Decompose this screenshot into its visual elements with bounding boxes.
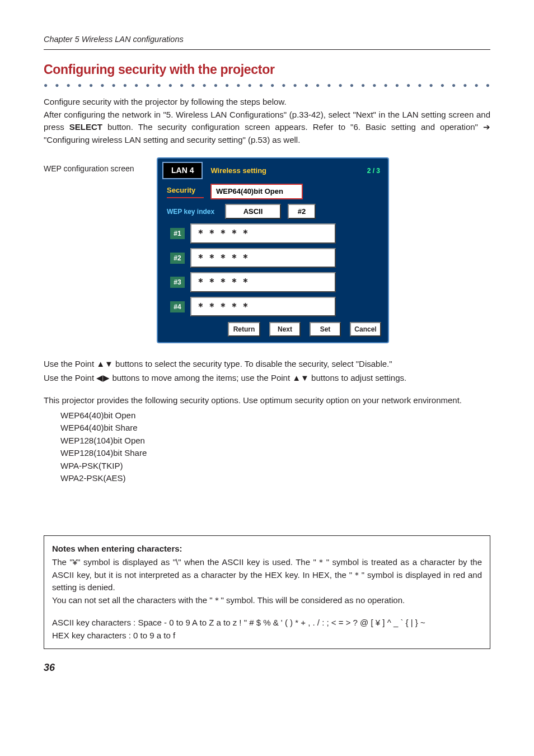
asterisk-icon: ＊ <box>352 570 362 580</box>
wep-keys: #1 ＊＊＊＊＊ #2 ＊＊＊＊＊ #3 ＊＊＊＊＊ #4 ＊＊＊＊＊ <box>170 223 383 316</box>
wep-key-row: #3 ＊＊＊＊＊ <box>170 272 383 292</box>
intro-line1: Configure security with the projector by… <box>44 96 490 109</box>
notes-p4: HEX key characters : 0 to 9 a to f <box>52 629 482 642</box>
security-value[interactable]: WEP64(40)bit Open <box>210 184 303 199</box>
wep-key-row: #2 ＊＊＊＊＊ <box>170 248 383 268</box>
select-word: SELECT <box>69 122 102 132</box>
intro-text-b: button. The security configuration scree… <box>102 122 483 132</box>
wep-config-label: WEP configuration screen <box>44 157 144 343</box>
asterisk-icon: ＊ <box>316 557 326 567</box>
key-input[interactable]: ＊＊＊＊＊ <box>190 223 336 244</box>
set-button[interactable]: Set <box>310 322 341 337</box>
ascii-field[interactable]: ASCII <box>225 204 281 220</box>
options-intro: This projector provides the following se… <box>44 394 490 407</box>
lan-tab[interactable]: LAN 4 <box>162 162 203 179</box>
asterisk-icon: ＊ <box>213 595 221 605</box>
notes-p2: You can not set all the characters with … <box>52 594 482 607</box>
list-item: WEP64(40)bit Share <box>60 422 490 435</box>
dotted-rule: ●●●●●●●●●● ●●●●●●●●●● ●●●●●●●●●● ●●●●●●●… <box>44 80 490 90</box>
key-input[interactable]: ＊＊＊＊＊ <box>190 272 336 292</box>
keyindex-field[interactable]: #2 <box>288 204 316 220</box>
key-input[interactable]: ＊＊＊＊＊ <box>190 248 336 268</box>
chapter-header: Chapter 5 Wireless LAN configurations <box>44 34 490 46</box>
instr2-c: buttons to adjust settings. <box>309 373 406 382</box>
instr1-a: Use the Point <box>44 359 96 368</box>
list-item: WEP64(40)bit Open <box>60 409 490 422</box>
osd-title: Wireless setting <box>210 165 359 176</box>
key-index-badge: #2 <box>170 253 185 264</box>
intro-para: After configuring the network in "5. Wir… <box>44 109 490 147</box>
list-item: WEP128(104)bit Share <box>60 447 490 460</box>
security-label: Security <box>167 185 204 198</box>
instruction-2: Use the Point ◀▶ buttons to move among t… <box>44 372 490 385</box>
key-index-badge: #3 <box>170 277 185 288</box>
instr2-a: Use the Point <box>44 373 96 382</box>
osd-panel: LAN 4 Wireless setting 2 / 3 Security WE… <box>157 157 389 343</box>
key-index-badge: #4 <box>170 301 185 312</box>
next-button[interactable]: Next <box>269 322 301 337</box>
osd-page-indicator: 2 / 3 <box>367 166 383 176</box>
wep-key-row: #4 ＊＊＊＊＊ <box>170 297 383 317</box>
security-options-list: WEP64(40)bit Open WEP64(40)bit Share WEP… <box>60 409 490 485</box>
note-p2b: " symbol. This will be considered as no … <box>221 595 405 605</box>
instruction-1: Use the Point ▲▼ buttons to select the s… <box>44 358 490 371</box>
list-item: WEP128(104)bit Open <box>60 435 490 447</box>
note-p1a: The "¥" symbol is displayed as "\" when … <box>52 557 316 567</box>
page-number: 36 <box>44 660 490 675</box>
arrow-icon: ➔ <box>483 122 490 132</box>
instr1-b: buttons to select the security type. To … <box>113 359 392 368</box>
instr2-b: buttons to move among the items; use the… <box>110 373 292 382</box>
notes-title: Notes when entering characters: <box>52 543 482 556</box>
return-button[interactable]: Return <box>228 322 260 337</box>
updown-icon: ▲▼ <box>292 373 309 382</box>
notes-p1: The "¥" symbol is displayed as "\" when … <box>52 556 482 594</box>
updown-icon: ▲▼ <box>96 359 113 368</box>
key-input[interactable]: ＊＊＊＊＊ <box>190 297 336 317</box>
list-item: WPA2-PSK(AES) <box>60 472 490 485</box>
key-index-badge: #1 <box>170 228 185 239</box>
header-rule <box>44 49 490 50</box>
leftright-icon: ◀▶ <box>96 373 110 382</box>
page-title: Configuring security with the projector <box>44 60 490 80</box>
note-p2a: You can not set all the characters with … <box>52 595 213 605</box>
notes-p3: ASCII key characters : Space - 0 to 9 A … <box>52 617 482 629</box>
wep-key-row: #1 ＊＊＊＊＊ <box>170 223 383 244</box>
intro-text-c: "Configuring wireless LAN setting and se… <box>44 135 300 144</box>
wepkey-label: WEP key index <box>167 207 218 217</box>
list-item: WPA-PSK(TKIP) <box>60 460 490 473</box>
cancel-button[interactable]: Cancel <box>350 322 381 337</box>
notes-box: Notes when entering characters: The "¥" … <box>44 535 490 650</box>
